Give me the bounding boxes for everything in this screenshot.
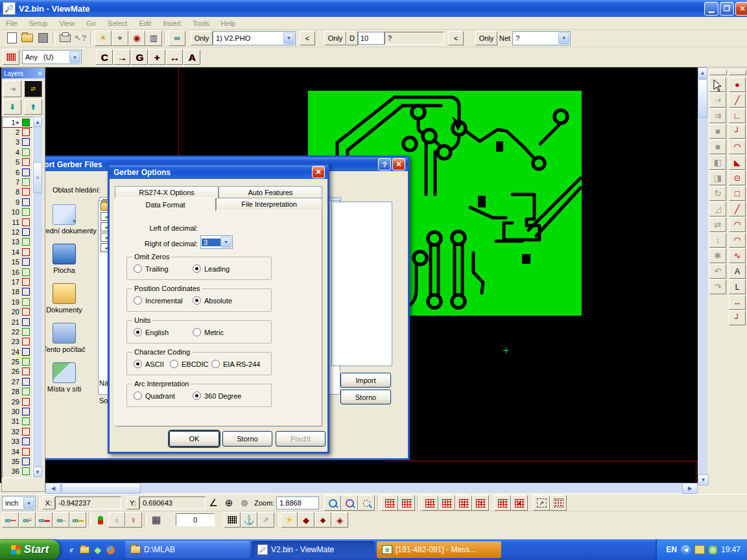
layer-row[interactable]: 6 bbox=[3, 167, 32, 177]
import-button[interactable]: Import bbox=[340, 373, 391, 388]
layer-scrollbar[interactable]: ▲ ≡ ▼ bbox=[33, 117, 42, 477]
draw-triangle-icon[interactable]: ◣ bbox=[729, 155, 746, 170]
pan-left-button[interactable]: ← bbox=[421, 495, 438, 511]
draw-angle-arc-icon[interactable]: ◠ bbox=[729, 139, 746, 154]
layer-row[interactable]: 28 bbox=[3, 387, 32, 397]
close-button[interactable]: ✕ bbox=[735, 2, 747, 16]
layer-row[interactable]: 30 bbox=[3, 406, 32, 416]
tab-data-format[interactable]: Data Format bbox=[115, 198, 216, 211]
draw-arc3-icon[interactable]: ◠ bbox=[729, 233, 746, 248]
menu-item[interactable]: File bbox=[6, 19, 18, 27]
draw-corner-icon[interactable]: ┘ bbox=[729, 124, 746, 139]
green-app-icon[interactable]: ◈ bbox=[92, 544, 103, 555]
restore-button[interactable]: ❐ bbox=[720, 2, 734, 16]
save-file-button[interactable] bbox=[35, 31, 51, 45]
draw-dimension-icon[interactable]: ↔ bbox=[729, 295, 746, 310]
scrollbar-thumb[interactable]: ≡ bbox=[33, 162, 42, 193]
apply-button[interactable]: Použít bbox=[276, 431, 326, 447]
draw-pad-icon[interactable]: ● bbox=[729, 77, 746, 92]
close-icon[interactable]: ✕ bbox=[38, 70, 43, 77]
import-cancel-button[interactable]: Storno bbox=[340, 390, 391, 404]
zoom-selection-button[interactable] bbox=[341, 495, 358, 511]
draw-slant-icon[interactable]: ╱ bbox=[729, 202, 746, 216]
dcode-button[interactable]: D bbox=[346, 31, 358, 45]
close-icon[interactable]: ✕ bbox=[312, 166, 325, 178]
quadrant-radio[interactable] bbox=[134, 391, 142, 400]
pan-down-button[interactable]: ↓ bbox=[455, 495, 472, 511]
lamp-on-button[interactable]: ♀ bbox=[125, 512, 142, 528]
prev-film-button[interactable]: < bbox=[300, 31, 315, 45]
vscroll-thumb[interactable] bbox=[698, 79, 707, 118]
layer-colors-button[interactable]: ▥ bbox=[145, 30, 162, 46]
layer-row[interactable]: 31 bbox=[3, 417, 32, 426]
tab-file-interpretation[interactable]: File Interpretation bbox=[216, 198, 322, 210]
draw-scurve-icon[interactable]: ∿ bbox=[729, 248, 746, 263]
snap-move-icon[interactable]: ⇄ bbox=[709, 217, 726, 232]
highlight-net-button[interactable]: ☀ bbox=[281, 512, 298, 528]
minimize-button[interactable]: ▁ bbox=[704, 2, 718, 16]
trailing-radio[interactable] bbox=[134, 264, 142, 273]
ok-button[interactable]: OK bbox=[169, 431, 219, 447]
grid-step-field[interactable]: 0 bbox=[176, 513, 215, 526]
gerber-cancel-button[interactable]: Storno bbox=[222, 431, 272, 447]
scroll-left-icon[interactable]: ◀ bbox=[45, 483, 61, 494]
rotate-icon[interactable]: ↻ bbox=[709, 186, 726, 201]
undo-icon[interactable]: ↶ bbox=[709, 264, 726, 279]
snap-grid-button[interactable] bbox=[224, 512, 241, 528]
draw-round-corner-icon[interactable]: ┘ bbox=[729, 310, 746, 325]
canvas-vscrollbar[interactable]: ▲ ▼ bbox=[698, 67, 707, 483]
prev-dcode-button[interactable]: < bbox=[448, 31, 464, 45]
metric-radio[interactable] bbox=[193, 328, 201, 336]
scroll-down-icon[interactable]: ▼ bbox=[698, 474, 709, 485]
unit-combo[interactable]: inch ▼ bbox=[2, 496, 36, 510]
scroll-right-icon[interactable]: ▶ bbox=[682, 483, 698, 494]
view-sketch-button[interactable]: ∞▬ bbox=[69, 512, 86, 528]
layer-row[interactable]: 15 bbox=[3, 257, 32, 266]
draw-circle-icon[interactable]: ⊙ bbox=[729, 170, 746, 185]
pan-up-button[interactable]: ↑ bbox=[472, 495, 489, 511]
dcode-arrow-icon[interactable]: → bbox=[113, 49, 130, 65]
dcode-swap-icon[interactable]: ↔ bbox=[166, 49, 183, 65]
zoom-value-input[interactable]: 1.8868 bbox=[276, 496, 319, 509]
draw-arc-icon[interactable]: ◠ bbox=[729, 217, 746, 232]
view-filled-button[interactable]: ∞▬ bbox=[36, 512, 53, 528]
move-icon[interactable]: ⇢ bbox=[709, 93, 726, 108]
ascii-radio[interactable] bbox=[134, 360, 142, 368]
probe-point-button[interactable]: ⊚ bbox=[237, 496, 252, 510]
select-filter-combo[interactable]: Any (U) ▼ bbox=[22, 50, 82, 64]
layer-row[interactable]: 16 bbox=[3, 267, 32, 277]
flash-move-button[interactable]: ◆ bbox=[314, 512, 331, 528]
menu-item[interactable]: Tools bbox=[193, 19, 209, 27]
layer-row[interactable]: 32 bbox=[3, 426, 32, 436]
ebcdic-radio[interactable] bbox=[170, 360, 178, 368]
fill-square-icon[interactable]: ■ bbox=[709, 124, 726, 139]
angle-measure-button[interactable]: ∠ bbox=[206, 496, 221, 510]
net-combo[interactable]: ? ▼ bbox=[512, 31, 571, 45]
canvas-hscrollbar[interactable]: ◀ ▶ bbox=[45, 483, 698, 493]
dcode-value-input[interactable]: 10 bbox=[358, 32, 385, 45]
firefox-icon[interactable] bbox=[105, 544, 116, 555]
zoom-in-button[interactable] bbox=[324, 495, 341, 511]
taskbar-task-messages[interactable]: ≣ [191-482-091] - Mess... bbox=[377, 541, 501, 558]
layer-row[interactable]: 12 bbox=[3, 227, 32, 237]
start-button[interactable]: Start bbox=[0, 540, 60, 559]
layer-row[interactable]: 2 bbox=[3, 127, 32, 137]
draw-line-icon[interactable]: ╱ bbox=[729, 93, 746, 108]
layer-order-button[interactable]: ⇄ bbox=[24, 80, 42, 97]
layer-up-button[interactable]: ⬆ bbox=[24, 99, 42, 115]
layer-row[interactable]: 4 bbox=[3, 147, 32, 157]
film-combo[interactable]: 1) V2.PHO ▼ bbox=[213, 31, 296, 45]
layer-row[interactable]: 26 bbox=[3, 367, 32, 377]
hscroll-thumb[interactable] bbox=[62, 483, 141, 494]
left-of-decimal-combo[interactable]: 3 ▼ bbox=[200, 235, 233, 249]
layer-row[interactable]: 10 bbox=[3, 207, 32, 217]
flash-select-button[interactable]: ◆ bbox=[298, 512, 314, 528]
panel-table-button[interactable]: ▦ bbox=[148, 513, 164, 527]
layer-row[interactable]: 22 bbox=[3, 327, 32, 336]
measure-tools-button[interactable]: ⌖ bbox=[112, 30, 128, 46]
language-indicator[interactable]: EN bbox=[666, 545, 677, 554]
view-all-button[interactable]: ∞••• bbox=[2, 512, 19, 528]
layer-row[interactable]: 24 bbox=[3, 347, 32, 356]
select-area-button[interactable]: ↗ bbox=[533, 495, 550, 511]
layer-row[interactable]: 21 bbox=[3, 317, 32, 327]
